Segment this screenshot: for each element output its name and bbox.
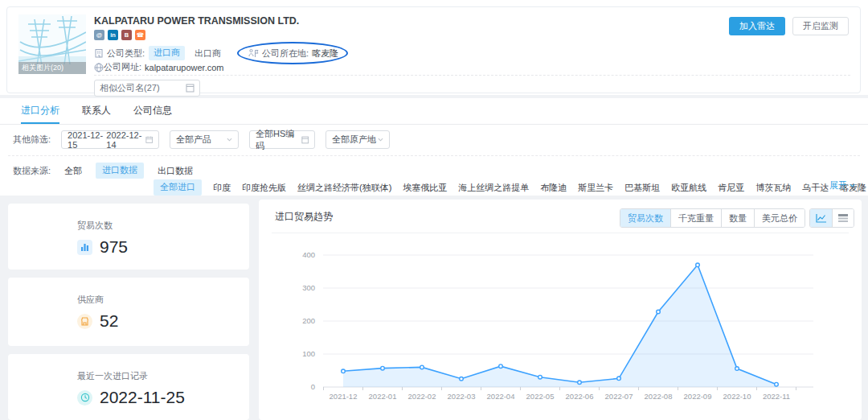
website-label: 公司网址:	[104, 61, 141, 73]
region-tab-ethiopia[interactable]: 埃塞俄比亚	[403, 182, 447, 194]
svg-text:2022-07: 2022-07	[605, 392, 633, 401]
calendar-icon	[145, 135, 153, 144]
hs-code-select[interactable]: 全部HS编码	[249, 130, 315, 149]
svg-text:400: 400	[302, 250, 315, 259]
region-tab-botswana[interactable]: 博茨瓦纳	[755, 182, 791, 194]
svg-text:2022-03: 2022-03	[448, 392, 476, 401]
top-band: 相关图片(20) KALPATARU POWER TRANSMISSION LT…	[0, 0, 868, 95]
svg-text:200: 200	[302, 316, 315, 325]
date-start: 2021-12-15	[68, 130, 106, 150]
other-filters-label: 其他筛选:	[13, 134, 51, 146]
company-type-row: 公司类型: 进口商 出口商 公司所在地: 喀麦隆	[94, 46, 338, 60]
trade-count-label: 贸易次数	[77, 220, 249, 232]
location-flag-icon	[248, 48, 259, 58]
import-trend-chart[interactable]: 01002003004002021-122022-012022-022022-0…	[267, 248, 829, 409]
tab-company-info[interactable]: 公司信息	[133, 98, 172, 124]
svg-text:2021-12: 2021-12	[330, 392, 358, 401]
company-website-row: 公司网址: kalpatarupower.com	[94, 61, 224, 73]
date-range-picker[interactable]: 2021-12-15 2022-12-14	[61, 130, 159, 149]
stat-card-last-import: 最近一次进口记录 2022-11-25	[8, 354, 249, 420]
globe-icon	[94, 63, 104, 72]
tabs-section: 进口分析 联系人 公司信息 其他筛选: 2021-12-15 2022-12-1…	[0, 98, 868, 196]
email-icon[interactable]: @	[94, 30, 104, 40]
table-icon	[837, 213, 849, 223]
exporter-tag[interactable]: 出口商	[194, 47, 221, 60]
region-tab-maritime-silk-road[interactable]: 海上丝绸之路提单	[458, 182, 529, 194]
svg-text:2022-08: 2022-08	[645, 392, 673, 401]
svg-text:2022-10: 2022-10	[723, 392, 751, 401]
date-end: 2022-12-14	[106, 130, 145, 150]
shop-icon	[77, 314, 92, 329]
region-tab-eurasia-route[interactable]: 欧亚航线	[671, 182, 706, 194]
filter-divider	[8, 155, 860, 156]
metric-weight-kg-button[interactable]: 千克重量	[670, 209, 721, 227]
panel-divider	[272, 233, 849, 233]
similar-companies-label: 相似公司名(27)	[100, 82, 160, 94]
svg-text:2022-09: 2022-09	[684, 392, 712, 401]
clock-icon	[77, 390, 92, 406]
expand-link[interactable]: 展开	[829, 179, 855, 191]
region-tab-burundi[interactable]: 布隆迪	[540, 182, 567, 194]
tab-contacts[interactable]: 联系人	[82, 98, 111, 124]
svg-text:2022-04: 2022-04	[487, 392, 515, 401]
hs-code-select-value: 全部HS编码	[256, 128, 301, 152]
region-tab-india-preview[interactable]: 印度抢先版	[242, 182, 286, 194]
website-value[interactable]: kalpatarupower.com	[145, 63, 223, 72]
region-tab-kenya[interactable]: 肯尼亚	[718, 182, 744, 194]
product-select-value: 全部产品	[176, 134, 211, 146]
chart-title: 进口贸易趋势	[275, 210, 333, 224]
tab-bar: 进口分析 联系人 公司信息	[0, 98, 868, 125]
origin-select[interactable]: 全部原产地	[326, 130, 390, 149]
region-tab-uganda[interactable]: 乌干达	[802, 182, 829, 194]
stat-card-suppliers: 供应商 52	[8, 278, 249, 346]
product-select[interactable]: 全部产品	[170, 130, 239, 149]
svg-text:2022-11: 2022-11	[763, 392, 790, 401]
svg-text:100: 100	[302, 349, 315, 358]
chevron-down-icon	[227, 137, 232, 142]
region-tab-silk-road-cis[interactable]: 丝绸之路经济带(独联体)	[297, 182, 391, 194]
location-value: 喀麦隆	[312, 47, 338, 60]
last-import-label: 最近一次进口记录	[77, 370, 249, 382]
join-radar-button[interactable]: 加入雷达	[729, 17, 785, 35]
svg-text:2022-05: 2022-05	[526, 392, 555, 401]
social-icons-row: @ in B ☎	[94, 30, 145, 40]
metric-usd-total-button[interactable]: 美元总价	[754, 209, 805, 227]
chevron-down-icon	[378, 137, 383, 142]
region-tab-sri-lanka[interactable]: 斯里兰卡	[578, 182, 613, 194]
table-view-button[interactable]	[832, 209, 854, 227]
tab-import-analysis[interactable]: 进口分析	[21, 98, 59, 124]
phone-icon[interactable]: ☎	[135, 30, 145, 40]
linkedin-icon[interactable]: in	[108, 30, 118, 40]
window-icon	[186, 84, 194, 93]
suppliers-value: 52	[100, 311, 118, 331]
blog-icon[interactable]: B	[121, 30, 132, 40]
suppliers-label: 供应商	[77, 294, 249, 306]
last-import-value: 2022-11-25	[100, 388, 185, 407]
bar-chart-icon	[77, 240, 92, 255]
region-filter-row: 全部进口 印度 印度抢先版 丝绸之路经济带(独联体) 埃塞俄比亚 海上丝绸之路提…	[154, 179, 820, 196]
svg-text:300: 300	[302, 283, 315, 292]
start-monitor-button[interactable]: 开启监测	[792, 17, 849, 35]
svg-text:0: 0	[311, 382, 315, 391]
line-chart-view-button[interactable]	[810, 209, 832, 227]
related-images-label[interactable]: 相关图片(20)	[18, 62, 86, 74]
source-option-all[interactable]: 全部	[64, 165, 82, 177]
region-tab-pakistan[interactable]: 巴基斯坦	[624, 182, 660, 194]
source-option-import[interactable]: 进口数据	[96, 163, 144, 179]
region-tab-all-imports[interactable]: 全部进口	[154, 179, 202, 196]
origin-select-value: 全部原产地	[332, 134, 376, 146]
company-header-card: 相关图片(20) KALPATARU POWER TRANSMISSION LT…	[6, 6, 861, 93]
company-photo[interactable]: 相关图片(20)	[18, 14, 86, 74]
region-tab-india[interactable]: 印度	[213, 182, 231, 194]
similar-companies-select[interactable]: 相似公司名(27)	[94, 80, 200, 97]
trade-count-value: 975	[100, 237, 128, 257]
metric-trade-count-button[interactable]: 贸易次数	[620, 209, 670, 227]
metric-quantity-button[interactable]: 数量	[721, 209, 754, 227]
source-option-export[interactable]: 出口数据	[158, 165, 193, 177]
company-name: KALPATARU POWER TRANSMISSION LTD.	[94, 15, 299, 27]
company-location-group: 公司所在地: 喀麦隆	[248, 47, 338, 60]
importer-tag[interactable]: 进口商	[149, 46, 185, 60]
view-toggle-group	[809, 208, 854, 228]
window-icon	[301, 136, 309, 144]
location-label: 公司所在地:	[262, 47, 309, 60]
